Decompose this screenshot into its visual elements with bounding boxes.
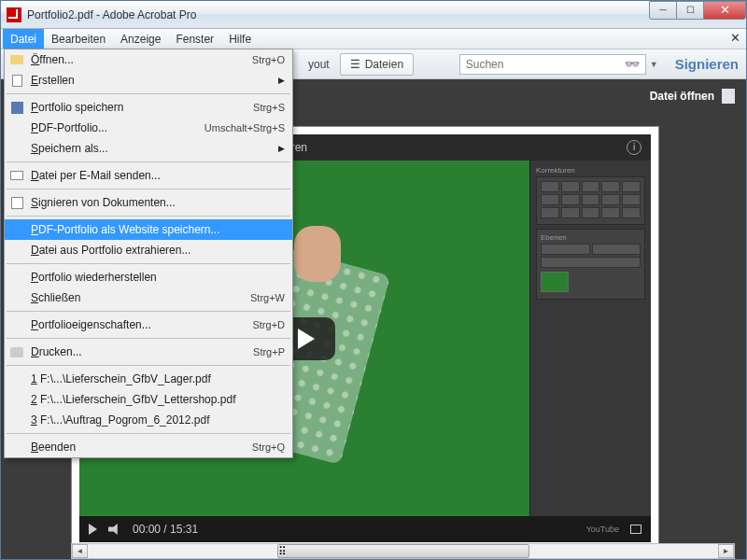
menu-item[interactable]: SchließenStrg+W <box>5 287 292 308</box>
menu-item-label: Speichern als... <box>31 142 108 155</box>
menu-item[interactable]: PDF-Portfolio...Umschalt+Strg+S <box>5 118 292 138</box>
menu-item[interactable]: Öffnen...Strg+O <box>5 49 292 70</box>
sign-icon <box>9 195 24 210</box>
adjustments-panel <box>536 176 645 225</box>
menu-shortcut: Strg+D <box>252 319 285 330</box>
menu-separator <box>7 93 290 94</box>
titlebar: Portfolio2.pdf - Adobe Acrobat Pro ─ ☐ ✕ <box>1 1 746 29</box>
menu-separator <box>7 161 290 162</box>
menu-bearbeiten[interactable]: Bearbeiten <box>44 29 113 49</box>
file-menu-dropdown: Öffnen...Strg+OErstellen▶Portfolio speic… <box>4 49 293 458</box>
scroll-left-arrow[interactable]: ◄ <box>72 544 88 558</box>
search-dropdown-arrow[interactable]: ▼ <box>650 60 658 69</box>
maximize-button[interactable]: ☐ <box>676 1 704 20</box>
doc-icon <box>9 73 24 88</box>
binoculars-icon[interactable]: 👓 <box>625 57 640 71</box>
menu-shortcut: Strg+P <box>253 346 285 357</box>
scroll-right-arrow[interactable]: ► <box>718 544 734 558</box>
menu-shortcut: Strg+W <box>250 292 285 303</box>
folder-icon <box>9 52 24 67</box>
menu-item-label: Portfolio wiederherstellen <box>31 271 157 284</box>
minimize-button[interactable]: ─ <box>649 1 677 20</box>
menu-shortcut: Strg+Q <box>252 441 285 453</box>
layer-thumbnail <box>541 272 569 292</box>
layers-panel: Ebenen <box>536 229 645 300</box>
fullscreen-icon[interactable] <box>630 525 641 534</box>
submenu-arrow-icon: ▶ <box>278 144 285 153</box>
menu-separator <box>7 311 290 312</box>
menu-item-label: Erstellen <box>31 74 75 87</box>
video-time: 00:00 / 15:31 <box>133 523 198 536</box>
menu-anzeige[interactable]: Anzeige <box>113 29 168 49</box>
menu-item-label: Öffnen... <box>31 53 74 66</box>
menu-item[interactable]: 2 F:\...\Lieferschein_GfbV_Lettershop.pd… <box>5 389 292 410</box>
search-input[interactable] <box>466 58 625 71</box>
menu-item-label: Datei per E-Mail senden... <box>31 169 161 182</box>
menu-shortcut: Umschalt+Strg+S <box>204 122 285 133</box>
video-play-icon[interactable] <box>89 524 97 535</box>
menu-separator <box>7 365 290 366</box>
menu-item[interactable]: Speichern als...▶ <box>5 138 292 159</box>
app-icon <box>7 7 21 22</box>
menu-item[interactable]: Signieren von Dokumenten... <box>5 192 292 213</box>
search-box[interactable]: 👓 <box>459 54 646 75</box>
menu-item[interactable]: 3 F:\...\Auftrag_Pogrom_6_2012.pdf <box>5 410 292 430</box>
window-controls: ─ ☐ ✕ <box>650 1 746 20</box>
menu-item-label: Portfolioeigenschaften... <box>31 318 151 331</box>
menubar: Datei Bearbeiten Anzeige Fenster Hilfe ✕ <box>1 29 746 49</box>
sign-button[interactable]: Signieren <box>675 56 739 72</box>
info-icon[interactable]: i <box>627 140 641 155</box>
submenu-arrow-icon: ▶ <box>278 76 285 85</box>
menu-separator <box>7 216 290 217</box>
scroll-track[interactable]: ⠿ <box>88 544 718 558</box>
volume-icon[interactable] <box>108 524 121 535</box>
menu-item[interactable]: Drucken...Strg+P <box>5 342 292 362</box>
menu-item-label: 3 F:\...\Auftrag_Pogrom_6_2012.pdf <box>31 413 209 427</box>
menu-item-label: PDF-Portfolio... <box>31 121 107 134</box>
menu-item-label: Beenden <box>31 441 76 454</box>
youtube-logo[interactable]: YouTube <box>586 525 619 534</box>
menu-item-label: 2 F:\...\Lieferschein_GfbV_Lettershop.pd… <box>31 393 235 406</box>
horizontal-scrollbar[interactable]: ◄ ⠿ ► <box>71 543 735 559</box>
menu-item-label: Drucken... <box>31 345 82 358</box>
menu-item-label: Datei aus Portfolio extrahieren... <box>31 244 190 257</box>
menu-fenster[interactable]: Fenster <box>168 29 221 49</box>
menu-item[interactable]: PDF-Portfolio als Website speichern... <box>5 219 292 240</box>
list-icon: ☰ <box>350 58 360 71</box>
window-title: Portfolio2.pdf - Adobe Acrobat Pro <box>27 8 650 21</box>
menu-separator <box>7 433 290 434</box>
menu-separator <box>7 263 290 264</box>
menu-hilfe[interactable]: Hilfe <box>221 29 259 49</box>
dateien-button[interactable]: ☰ Dateien <box>340 53 414 76</box>
save-icon <box>9 100 24 115</box>
menu-item[interactable]: Datei aus Portfolio extrahieren... <box>5 240 292 260</box>
video-controls: 00:00 / 15:31 YouTube <box>79 516 651 542</box>
file-icon <box>722 89 735 104</box>
open-file-link[interactable]: Datei öffnen <box>650 89 735 104</box>
print-icon <box>9 344 24 359</box>
menu-item-label: Signieren von Dokumenten... <box>31 196 176 209</box>
video-thumbnail-hand <box>294 226 341 282</box>
menu-datei[interactable]: Datei <box>3 29 44 49</box>
menu-item-label: PDF-Portfolio als Website speichern... <box>31 223 220 236</box>
menu-separator <box>7 189 290 189</box>
menu-shortcut: Strg+O <box>252 54 285 65</box>
menu-item[interactable]: Portfolioeigenschaften...Strg+D <box>5 315 292 335</box>
layout-button[interactable]: yout <box>298 53 340 76</box>
menu-item-label: 1 F:\...\Lieferschein_GfbV_Lager.pdf <box>31 372 211 385</box>
menu-item[interactable]: BeendenStrg+Q <box>5 437 292 457</box>
close-button[interactable]: ✕ <box>703 1 746 20</box>
menu-item[interactable]: Datei per E-Mail senden... <box>5 165 292 186</box>
mail-icon <box>9 168 24 183</box>
menu-item-label: Schließen <box>31 291 80 304</box>
scroll-thumb[interactable]: ⠿ <box>277 544 529 558</box>
menu-item[interactable]: 1 F:\...\Lieferschein_GfbV_Lager.pdf <box>5 369 292 389</box>
menu-item[interactable]: Portfolio wiederherstellen <box>5 267 292 287</box>
menu-separator <box>7 338 290 339</box>
menu-item-label: Portfolio speichern <box>31 101 123 114</box>
photoshop-panels: Korrekturen Ebenen <box>529 161 651 516</box>
toolbar-view-group: yout ☰ Dateien <box>298 53 414 76</box>
menu-item[interactable]: Erstellen▶ <box>5 70 292 91</box>
document-close-icon[interactable]: ✕ <box>730 31 740 45</box>
menu-item[interactable]: Portfolio speichernStrg+S <box>5 97 292 118</box>
